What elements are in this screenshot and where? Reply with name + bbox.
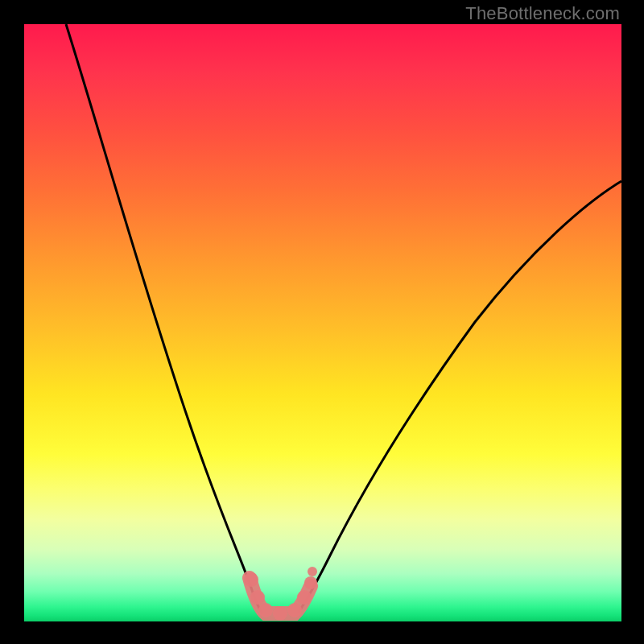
watermark-text: TheBottleneck.com: [465, 3, 620, 24]
marker-dot: [244, 572, 258, 587]
marker-dot: [297, 590, 312, 605]
chart-frame: TheBottleneck.com: [0, 0, 644, 644]
marker-dot: [273, 606, 287, 621]
left-curve: [66, 24, 262, 613]
marker-dot: [250, 590, 265, 605]
chart-overlay: [24, 24, 621, 621]
marker-dot: [287, 603, 302, 617]
marker-dot: [304, 576, 317, 589]
right-curve: [298, 181, 621, 613]
marker-dot: [308, 567, 317, 576]
marker-dot: [258, 603, 273, 617]
